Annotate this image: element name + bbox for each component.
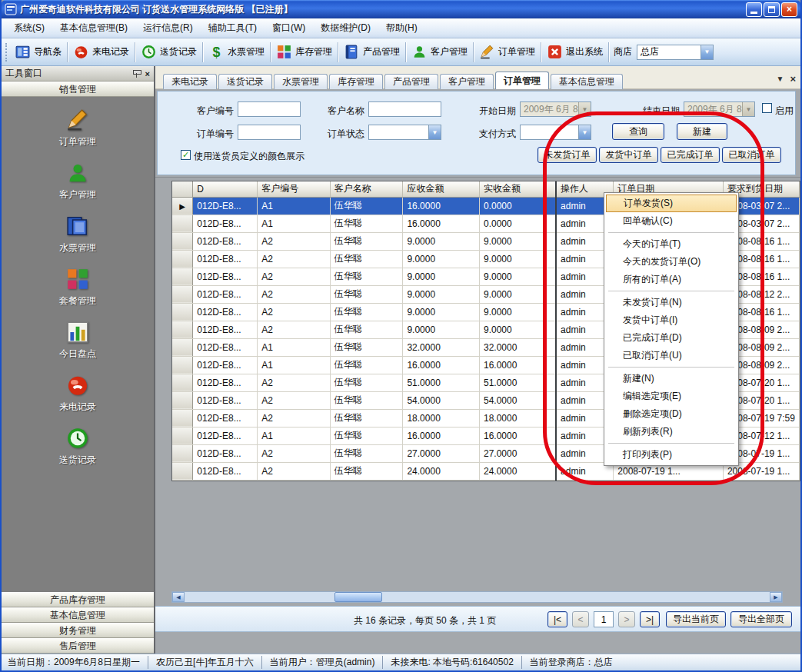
row-selector[interactable]: ▶ bbox=[172, 197, 193, 215]
cell-customer_name[interactable]: 伍华聪 bbox=[330, 427, 403, 444]
cell-receivable[interactable]: 51.0000 bbox=[403, 374, 480, 391]
cell-customer_name[interactable]: 伍华聪 bbox=[330, 321, 403, 338]
cell-customer_name[interactable]: 伍华聪 bbox=[330, 374, 403, 391]
cell-customer_no[interactable]: A2 bbox=[258, 232, 331, 250]
column-header[interactable]: 客户名称 bbox=[330, 181, 403, 197]
chevron-down-icon[interactable]: ▼ bbox=[742, 102, 754, 116]
cell-id[interactable]: 012D-E8... bbox=[193, 285, 258, 303]
row-selector[interactable] bbox=[172, 356, 193, 374]
cell-customer_no[interactable]: A1 bbox=[258, 356, 331, 374]
toolbar-button[interactable]: 来电记录 bbox=[69, 42, 133, 62]
row-selector[interactable] bbox=[172, 338, 193, 356]
row-selector[interactable] bbox=[172, 232, 193, 250]
sidebar-section-sales[interactable]: 销售管理 bbox=[2, 82, 154, 97]
context-menu-item[interactable]: 刷新列表(R) bbox=[606, 423, 737, 441]
cell-received[interactable]: 9.0000 bbox=[480, 232, 557, 250]
cell-id[interactable]: 012D-E8... bbox=[193, 268, 258, 285]
chevron-down-icon[interactable]: ▼ bbox=[701, 45, 713, 59]
tab-产品管理[interactable]: 产品管理 bbox=[384, 74, 438, 89]
context-menu-item[interactable]: 未发货订单(N) bbox=[606, 294, 737, 311]
cell-customer_no[interactable]: A2 bbox=[258, 462, 331, 480]
cell-customer_name[interactable]: 伍华聪 bbox=[330, 338, 403, 356]
cell-received[interactable]: 16.0000 bbox=[480, 427, 557, 444]
last-page-button[interactable]: >| bbox=[640, 611, 660, 627]
next-page-button[interactable]: > bbox=[618, 611, 635, 627]
cell-customer_name[interactable]: 伍华聪 bbox=[330, 409, 403, 427]
sidebar-item[interactable]: 水票管理 bbox=[59, 214, 96, 254]
cell-customer_no[interactable]: A2 bbox=[258, 391, 331, 409]
cell-customer_no[interactable]: A2 bbox=[258, 285, 331, 303]
end-date-picker[interactable]: 2009年 6月 8日 ▼ bbox=[684, 101, 755, 117]
cell-received[interactable]: 27.0000 bbox=[480, 444, 557, 462]
tab-基本信息管理[interactable]: 基本信息管理 bbox=[551, 74, 623, 89]
order-filter-button[interactable]: 已取消订单 bbox=[722, 147, 781, 163]
context-menu-item[interactable]: 删除选定项(D) bbox=[606, 405, 737, 423]
cell-receivable[interactable]: 18.0000 bbox=[403, 409, 480, 427]
order-filter-button[interactable]: 发货中订单 bbox=[599, 147, 658, 163]
menubar-item[interactable]: 辅助工具(T) bbox=[201, 18, 265, 38]
context-menu-item[interactable]: 编辑选定项(E) bbox=[606, 388, 737, 405]
cell-customer_no[interactable]: A2 bbox=[258, 444, 331, 462]
cell-received[interactable]: 18.0000 bbox=[480, 409, 557, 427]
sidebar-section-button[interactable]: 基本信息管理 bbox=[2, 607, 154, 623]
scrollbar-thumb[interactable] bbox=[334, 592, 382, 602]
cell-customer_name[interactable]: 伍华聪 bbox=[330, 303, 403, 321]
column-header[interactable]: 实收金额 bbox=[480, 181, 557, 197]
row-selector[interactable] bbox=[172, 268, 193, 285]
toolbar-button[interactable]: 客户管理 bbox=[408, 42, 471, 62]
cell-id[interactable]: 012D-E8... bbox=[193, 444, 258, 462]
tab-客户管理[interactable]: 客户管理 bbox=[440, 74, 494, 89]
context-menu-item[interactable]: 已取消订单(U) bbox=[606, 347, 737, 364]
row-selector[interactable] bbox=[172, 409, 193, 427]
color-display-checkbox[interactable]: ✓ bbox=[181, 150, 191, 160]
cell-received[interactable]: 9.0000 bbox=[480, 321, 557, 338]
page-number-input[interactable] bbox=[594, 611, 614, 627]
cell-id[interactable]: 012D-E8... bbox=[193, 197, 258, 215]
cell-id[interactable]: 012D-E8... bbox=[193, 356, 258, 374]
customer-name-input[interactable] bbox=[368, 101, 441, 117]
cell-id[interactable]: 012D-E8... bbox=[193, 232, 258, 250]
cell-customer_name[interactable]: 伍华聪 bbox=[330, 250, 403, 268]
select-all-header[interactable] bbox=[172, 181, 193, 197]
menubar-item[interactable]: 帮助(H) bbox=[378, 18, 425, 38]
order-no-input[interactable] bbox=[238, 125, 301, 140]
sidebar-section-button[interactable]: 财务管理 bbox=[2, 623, 154, 638]
cell-customer_no[interactable]: A2 bbox=[258, 374, 331, 391]
cell-receivable[interactable]: 32.0000 bbox=[403, 338, 480, 356]
menubar-item[interactable]: 系统(S) bbox=[6, 18, 52, 38]
cell-receivable[interactable]: 16.0000 bbox=[403, 197, 480, 215]
cell-receivable[interactable]: 27.0000 bbox=[403, 444, 480, 462]
sidebar-item[interactable]: 送货记录 bbox=[59, 426, 96, 467]
sidebar-item[interactable]: 客户管理 bbox=[59, 161, 96, 201]
cell-customer_no[interactable]: A1 bbox=[258, 338, 331, 356]
cell-receivable[interactable]: 54.0000 bbox=[403, 391, 480, 409]
tab-库存管理[interactable]: 库存管理 bbox=[329, 74, 383, 89]
sidebar-item[interactable]: 今日盘点 bbox=[59, 320, 96, 361]
cell-received[interactable]: 9.0000 bbox=[480, 285, 557, 303]
tab-来电记录[interactable]: 来电记录 bbox=[163, 74, 217, 89]
context-menu-item[interactable]: 今天的订单(T) bbox=[606, 235, 737, 253]
row-selector[interactable] bbox=[172, 374, 193, 391]
cell-received[interactable]: 0.0000 bbox=[480, 197, 557, 215]
toolbar-button[interactable]: 送货记录 bbox=[137, 42, 201, 62]
row-selector[interactable] bbox=[172, 427, 193, 444]
cell-received[interactable]: 16.0000 bbox=[480, 356, 557, 374]
sidebar-section-button[interactable]: 售后管理 bbox=[2, 638, 154, 654]
toolbar-button[interactable]: 库存管理 bbox=[272, 42, 336, 62]
context-menu-item[interactable]: 打印列表(P) bbox=[606, 446, 737, 464]
cell-receivable[interactable]: 16.0000 bbox=[403, 215, 480, 232]
cell-customer_name[interactable]: 伍华聪 bbox=[330, 197, 403, 215]
enable-date-checkbox[interactable] bbox=[762, 103, 772, 113]
cell-receivable[interactable]: 9.0000 bbox=[403, 285, 480, 303]
cell-customer_no[interactable]: A1 bbox=[258, 197, 331, 215]
row-selector[interactable] bbox=[172, 321, 193, 338]
cell-customer_name[interactable]: 伍华聪 bbox=[330, 462, 403, 480]
horizontal-scrollbar[interactable]: ◀ ▶ bbox=[171, 591, 783, 603]
chevron-down-icon[interactable]: ▼ bbox=[428, 125, 441, 139]
cell-receivable[interactable]: 9.0000 bbox=[403, 303, 480, 321]
cell-receivable[interactable]: 9.0000 bbox=[403, 268, 480, 285]
cell-customer_name[interactable]: 伍华聪 bbox=[330, 444, 403, 462]
row-selector[interactable] bbox=[172, 462, 193, 480]
cell-received[interactable]: 51.0000 bbox=[480, 374, 557, 391]
order-filter-button[interactable]: 未发货订单 bbox=[537, 147, 597, 163]
